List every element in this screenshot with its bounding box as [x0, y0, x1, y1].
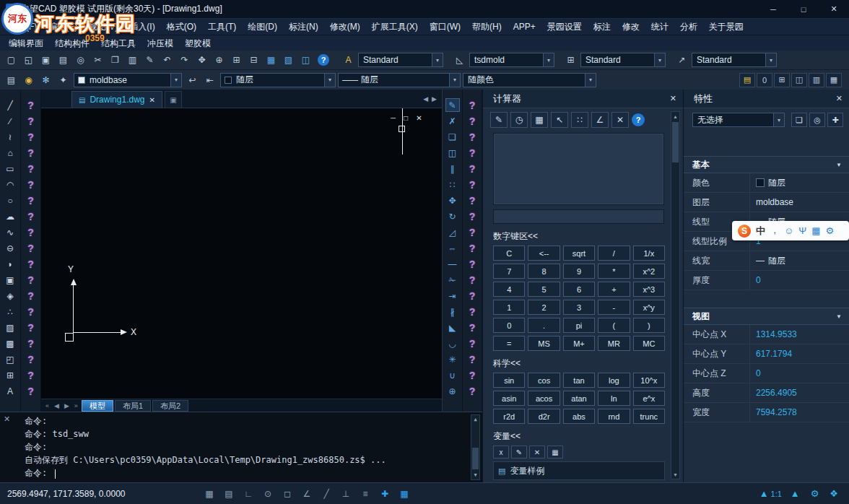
unknown-tool-icon[interactable]: ? [465, 384, 479, 398]
property-row[interactable]: 颜色 随层 [684, 173, 849, 193]
scale-icon[interactable]: ◿ [445, 225, 460, 239]
menu-item[interactable]: 标注 [588, 19, 617, 35]
grid-icon[interactable]: ▤ [222, 487, 236, 501]
quick-select-icon[interactable]: ◎ [809, 113, 825, 127]
calc-button[interactable]: rnd [598, 409, 630, 424]
plugin-menu-item[interactable]: 编辑界面 [3, 35, 49, 51]
calc-button[interactable]: acos [528, 391, 560, 406]
calc-button[interactable]: 6 [563, 282, 595, 297]
layout-tab[interactable]: 布局1 [115, 400, 151, 412]
table-style-icon[interactable]: ⊞ [562, 53, 579, 67]
unknown-tool-icon[interactable]: ? [465, 352, 479, 366]
toolbox-icon[interactable]: ⚙ [825, 225, 834, 236]
circle-icon[interactable]: ○ [3, 194, 17, 207]
fields-icon[interactable]: ◫ [791, 73, 807, 87]
unknown-tool-icon[interactable]: ? [465, 257, 479, 271]
mleader-style-combo[interactable]: Standard ▾ [692, 53, 777, 67]
property-value[interactable]: 1314.9533 [750, 325, 849, 344]
calc-button[interactable]: / [598, 246, 630, 261]
scroll-up-icon[interactable]: ▲ [471, 415, 479, 424]
calc-button[interactable]: d2r [528, 409, 560, 424]
tab-scroll-left-icon[interactable]: ◀ [423, 95, 428, 103]
offset-icon[interactable]: ∥ [445, 162, 460, 175]
tab-close-icon[interactable]: ✕ [149, 96, 155, 104]
close-icon[interactable]: ✕ [4, 414, 10, 424]
calc-button[interactable]: cos [528, 373, 560, 388]
redo-icon[interactable]: ↷ [176, 53, 193, 67]
calc-button[interactable]: abs [563, 409, 595, 424]
last-layout-icon[interactable]: » [73, 402, 79, 409]
unknown-tool-icon[interactable]: ? [465, 241, 479, 255]
mdi-minimize-icon[interactable]: ─ [391, 114, 396, 122]
new-icon[interactable]: ▢ [3, 53, 19, 67]
close-icon[interactable]: ✕ [670, 94, 676, 103]
property-row[interactable]: 中心点 Y 617.1794 [684, 344, 849, 364]
calc-button[interactable]: MS [528, 336, 560, 351]
section-header[interactable]: 基本 ▼ [684, 156, 849, 173]
calc-button[interactable]: 9 [563, 264, 595, 279]
calc-button[interactable]: ( [598, 318, 630, 333]
unknown-tool-icon[interactable]: ? [465, 273, 479, 287]
new-variable-icon[interactable]: x [493, 446, 509, 459]
unknown-tool-icon[interactable]: ? [24, 241, 38, 255]
command-scrollbar[interactable]: ▲ ▼ [471, 414, 480, 480]
paste-icon[interactable]: ▥ [124, 53, 141, 67]
stretch-icon[interactable]: ⇔ [445, 241, 460, 255]
chevron-down-icon[interactable]: ▾ [654, 53, 665, 66]
calc-button[interactable]: x^y [633, 300, 665, 315]
calc-button[interactable]: 2 [528, 300, 560, 315]
unknown-tool-icon[interactable]: ? [24, 352, 38, 366]
extra-icon[interactable]: ▦ [826, 73, 842, 87]
menu-item[interactable]: 工具(T) [202, 19, 242, 35]
unknown-tool-icon[interactable]: ? [24, 289, 38, 303]
menu-item[interactable]: 修改 [617, 19, 645, 35]
viewport-icon[interactable]: ▦ [263, 53, 279, 67]
menu-item[interactable]: 关于景园 [703, 19, 749, 35]
menu-item[interactable]: APP+ [508, 19, 541, 35]
history-icon[interactable]: ◷ [510, 112, 528, 128]
unknown-tool-icon[interactable]: ? [465, 289, 479, 303]
chevron-down-icon[interactable]: ▾ [170, 74, 181, 87]
unknown-tool-icon[interactable]: ? [24, 194, 38, 207]
layout-tab[interactable]: 布局2 [152, 400, 188, 412]
chevron-down-icon[interactable]: ▾ [773, 113, 784, 126]
calc-button[interactable]: ln [598, 391, 630, 406]
ducs-icon[interactable]: ╱ [319, 487, 334, 501]
first-layout-icon[interactable]: « [44, 402, 51, 409]
linetype-combo[interactable]: —— 随层 ▾ [338, 73, 461, 87]
menu-item[interactable]: 窗口(W) [424, 19, 466, 35]
save-icon[interactable]: ▣ [38, 53, 54, 67]
grid-display-icon[interactable]: ⊞ [774, 73, 790, 87]
rectangle-icon[interactable]: ▭ [3, 162, 17, 175]
insert-block-icon[interactable]: ▣ [3, 273, 17, 287]
calc-button[interactable]: . [528, 318, 560, 333]
calc-button[interactable]: 7 [493, 264, 525, 279]
calc-button[interactable]: 8 [528, 264, 560, 279]
chevron-down-icon[interactable]: ▾ [324, 74, 335, 87]
mirror-icon[interactable]: ◫ [445, 146, 460, 160]
property-value[interactable]: 0 [750, 271, 849, 290]
polar-icon[interactable]: ⊙ [261, 487, 275, 501]
scroll-thumb[interactable] [672, 122, 679, 162]
chevron-down-icon[interactable]: ▾ [585, 74, 596, 87]
property-value[interactable]: 617.1794 [750, 344, 849, 363]
variables-section-label[interactable]: 变量<< [493, 430, 683, 443]
unknown-tool-icon[interactable]: ? [24, 305, 38, 318]
toggle-pickadd-icon[interactable]: ✚ [827, 113, 843, 127]
mdi-close-icon[interactable]: ✕ [416, 114, 422, 122]
unknown-tool-icon[interactable]: ? [465, 305, 479, 318]
unknown-tool-icon[interactable]: ? [24, 321, 38, 334]
paper-tape-icon[interactable]: ▦ [531, 112, 548, 128]
extend-icon[interactable]: ⇥ [445, 289, 460, 303]
zero-layer-button[interactable]: 0 [757, 73, 772, 87]
prev-layout-icon[interactable]: ◀ [53, 402, 61, 409]
calc-button[interactable]: <-- [528, 246, 560, 261]
array-icon[interactable]: ∷ [445, 178, 460, 191]
snap-icon[interactable]: ▦ [202, 487, 217, 501]
move-icon[interactable]: ✥ [445, 194, 460, 207]
unknown-tool-icon[interactable]: ? [24, 209, 38, 223]
calc-button[interactable]: = [493, 336, 525, 351]
workspace-gear-icon[interactable]: ⚙ [811, 488, 822, 499]
open-icon[interactable]: ◱ [20, 53, 37, 67]
plot-icon[interactable]: ▤ [55, 53, 71, 67]
